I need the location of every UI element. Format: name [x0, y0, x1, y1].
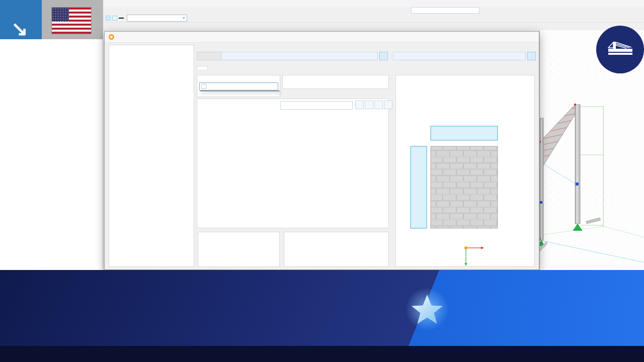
flag-canton — [52, 8, 69, 22]
tab-steifigkeitsmatrix[interactable] — [208, 66, 218, 69]
cursor-graphic: ↘ — [0, 0, 42, 42]
thickness-type-select[interactable] — [199, 82, 278, 90]
bottom-left-box — [198, 232, 280, 267]
thickness-list-panel — [109, 45, 194, 267]
us-flag — [52, 8, 91, 34]
type-color-swatch — [201, 84, 206, 89]
star-icon — [406, 288, 449, 331]
edit-name-button[interactable] — [379, 52, 388, 60]
dialog-titlebar[interactable] — [105, 32, 539, 43]
thickness-icon — [109, 34, 114, 40]
toolbar-row-2 — [103, 22, 644, 30]
load-color-swatch — [106, 16, 111, 21]
project-navigator — [0, 39, 103, 270]
video-banner — [0, 270, 644, 346]
keyword-search-input[interactable] — [411, 7, 479, 14]
empty-box — [282, 75, 389, 89]
material-edit-button[interactable] — [374, 101, 383, 109]
load-case-cluster: ▾ — [106, 15, 187, 22]
wall-shear-free-diagram — [395, 75, 535, 267]
edit-thickness-dialog — [104, 31, 539, 270]
material-library-button[interactable] — [355, 101, 364, 109]
material-delete-button[interactable] — [384, 101, 392, 109]
tab-basis[interactable] — [197, 66, 208, 69]
assigned-surfaces-field[interactable] — [393, 52, 526, 60]
pick-surfaces-button[interactable] — [527, 52, 536, 60]
load-type-badge — [119, 18, 124, 19]
material-new-button[interactable] — [365, 101, 373, 109]
toolbar-row-1: ▾ — [103, 14, 644, 22]
thickness-type-dropdown — [200, 90, 280, 92]
dlubal-bridge-icon — [607, 41, 633, 58]
load-case-select[interactable]: ▾ — [127, 15, 187, 22]
dialog-tabs — [197, 66, 218, 69]
banner-bottom-strip — [0, 346, 644, 362]
name-field[interactable] — [221, 52, 378, 60]
material-select[interactable] — [280, 101, 353, 110]
load-color-swatch — [112, 16, 117, 21]
bottom-right-box — [284, 232, 389, 267]
material-box — [197, 99, 389, 228]
dlubal-logo — [596, 26, 644, 73]
arrow-down-right-icon: ↘ — [11, 19, 28, 39]
screen: ▾ ↘ — [0, 0, 644, 362]
